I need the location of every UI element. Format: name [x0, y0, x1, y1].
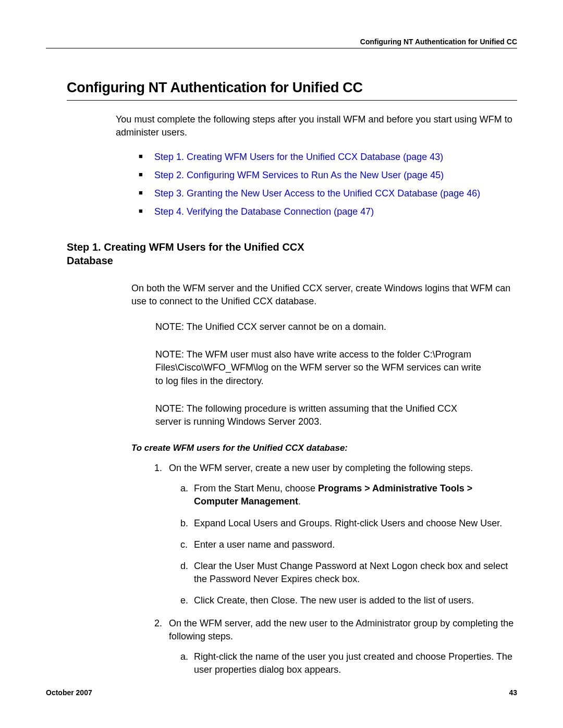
list-item: Step 2. Configuring WFM Services to Run …: [139, 168, 517, 183]
note-block-3: NOTE: The following procedure is written…: [155, 402, 485, 428]
section-rule: [67, 100, 517, 101]
list-item: Step 3. Granting the New User Access to …: [139, 186, 517, 201]
step-number: 2.: [154, 617, 162, 630]
note-label: NOTE:: [155, 349, 187, 360]
subsection-title: Step 1. Creating WFM Users for the Unifi…: [67, 240, 317, 267]
substep-text: Click Create, then Close. The new user i…: [194, 595, 474, 606]
note-text: The Unified CCX server cannot be on a do…: [187, 322, 386, 332]
substep-text: Right-click the name of the user you jus…: [194, 651, 512, 675]
substep-a: a. From the Start Menu, choose Programs …: [181, 482, 517, 508]
step-link-4[interactable]: Step 4. Verifying the Database Connectio…: [154, 206, 374, 217]
note-label: NOTE:: [155, 322, 187, 332]
header-rule: [46, 48, 517, 48]
note-block-1: NOTE: The Unified CCX server cannot be o…: [155, 320, 485, 334]
substep-letter: a.: [180, 482, 188, 495]
footer-page-number: 43: [509, 688, 517, 697]
step-link-2[interactable]: Step 2. Configuring WFM Services to Run …: [154, 170, 444, 180]
substep-c: c. Enter a user name and password.: [181, 538, 517, 551]
step-text: On the WFM server, add the new user to t…: [169, 618, 513, 641]
substep-e: e. Click Create, then Close. The new use…: [181, 594, 517, 607]
substep-text-post: .: [298, 496, 301, 507]
note-label: NOTE:: [155, 403, 187, 414]
procedure-title: To create WFM users for the Unified CCX …: [131, 443, 517, 453]
step-links-list: Step 1. Creating WFM Users for the Unifi…: [139, 150, 517, 219]
substep-text-pre: From the Start Menu, choose: [194, 483, 318, 493]
substep-letter: a.: [180, 650, 188, 663]
page-container: Configuring NT Authentication for Unifie…: [0, 0, 563, 728]
step-link-1[interactable]: Step 1. Creating WFM Users for the Unifi…: [154, 152, 443, 162]
substep-text: Enter a user name and password.: [194, 539, 335, 550]
intro-paragraph: You must complete the following steps af…: [116, 113, 517, 139]
step-text: On the WFM server, create a new user by …: [169, 463, 473, 473]
procedure-step-1: 1. On the WFM server, create a new user …: [156, 462, 517, 608]
step-link-3[interactable]: Step 3. Granting the New User Access to …: [154, 188, 480, 199]
procedure-list: 1. On the WFM server, create a new user …: [156, 462, 517, 676]
substep-letter: e.: [180, 594, 188, 607]
substep-text: Clear the User Must Change Password at N…: [194, 561, 508, 584]
note-text: The following procedure is written assum…: [155, 403, 457, 427]
substep-list: a. From the Start Menu, choose Programs …: [181, 482, 517, 607]
list-item: Step 4. Verifying the Database Connectio…: [139, 204, 517, 219]
note-text: The WFM user must also have write access…: [155, 349, 481, 386]
substep-d: d. Clear the User Must Change Password a…: [181, 560, 517, 586]
note-block-2: NOTE: The WFM user must also have write …: [155, 348, 485, 388]
section-title: Configuring NT Authentication for Unifie…: [67, 80, 517, 96]
footer-date: October 2007: [46, 688, 92, 697]
running-header: Configuring NT Authentication for Unifie…: [46, 38, 517, 46]
substep-list: a. Right-click the name of the user you …: [181, 650, 517, 676]
list-item: Step 1. Creating WFM Users for the Unifi…: [139, 150, 517, 165]
substep-letter: b.: [180, 517, 188, 530]
substep-b: b. Expand Local Users and Groups. Right-…: [181, 517, 517, 530]
substep-text: Expand Local Users and Groups. Right-cli…: [194, 518, 502, 528]
substep-letter: c.: [180, 538, 188, 551]
body-paragraph: On both the WFM server and the Unified C…: [131, 282, 517, 308]
substep-a: a. Right-click the name of the user you …: [181, 650, 517, 676]
procedure-step-2: 2. On the WFM server, add the new user t…: [156, 617, 517, 677]
substep-letter: d.: [180, 560, 188, 573]
step-number: 1.: [154, 462, 162, 475]
page-footer: October 2007 43: [46, 688, 517, 697]
